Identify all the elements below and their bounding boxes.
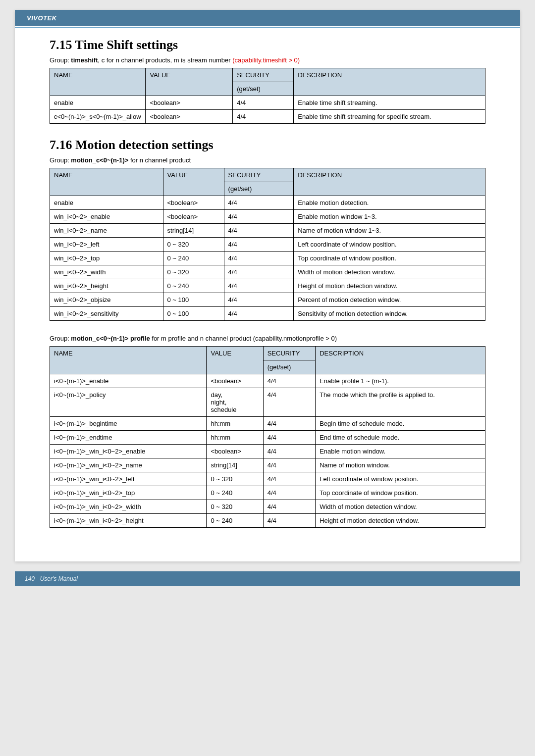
table-cell: win_i<0~2>_sensitivity xyxy=(50,307,163,321)
table-cell: Name of motion window 1~3. xyxy=(294,224,485,238)
table-cell: 0 ~ 100 xyxy=(163,293,224,307)
table-cell: Top coordinate of window position. xyxy=(316,486,485,500)
content: 7.15 Time Shift settings Group: timeshif… xyxy=(15,28,520,528)
table-cell: Height of motion detection window. xyxy=(316,514,485,528)
group-line-715: Group: timeshift, c for n channel produc… xyxy=(50,56,485,64)
table-cell: i<0~(m-1)>_win_i<0~2>_name xyxy=(50,458,207,472)
table-cell: hh:mm xyxy=(207,431,263,445)
table-cell: i<0~(m-1)>_win_i<0~2>_left xyxy=(50,472,207,486)
table-cell: Left coordinate of window position. xyxy=(294,238,485,252)
table-cell: Width of motion detection window. xyxy=(294,265,485,279)
table-cell: win_i<0~2>_name xyxy=(50,224,163,238)
table-cell: Begin time of schedule mode. xyxy=(316,417,485,431)
table-cell: 4/4 xyxy=(263,374,315,388)
group-bold: timeshift xyxy=(71,56,98,64)
table-cell: i<0~(m-1)>_policy xyxy=(50,388,207,417)
table-cell: 4/4 xyxy=(263,486,315,500)
table-row: i<0~(m-1)>_enable<boolean>4/4Enable prof… xyxy=(50,374,485,388)
table-motion-profile: NAME VALUE SECURITY DESCRIPTION (get/set… xyxy=(50,346,485,528)
table-cell: 0 ~ 240 xyxy=(207,514,263,528)
table-row: win_i<0~2>_enable<boolean>4/4Enable moti… xyxy=(50,210,485,224)
table-cell: 4/4 xyxy=(224,238,294,252)
table-cell: <boolean> xyxy=(163,196,224,210)
table-cell: win_i<0~2>_objsize xyxy=(50,293,163,307)
col-getset: (get/set) xyxy=(224,182,294,196)
table-header-row: NAME VALUE SECURITY DESCRIPTION xyxy=(50,168,485,182)
col-security: SECURITY xyxy=(263,347,315,360)
brand-text: VIVOTEK xyxy=(27,14,57,22)
table-cell: 4/4 xyxy=(263,472,315,486)
table-cell: Left coordinate of window position. xyxy=(316,472,485,486)
table-cell: i<0~(m-1)>_win_i<0~2>_height xyxy=(50,514,207,528)
table-cell: End time of schedule mode. xyxy=(316,431,485,445)
section-heading-716: 7.16 Motion detection settings xyxy=(50,138,485,152)
table-cell: 4/4 xyxy=(263,500,315,514)
table-cell: i<0~(m-1)>_endtime xyxy=(50,431,207,445)
table-cell: hh:mm xyxy=(207,417,263,431)
table-cell: 4/4 xyxy=(224,196,294,210)
footer-text: 140 - User's Manual xyxy=(25,575,78,582)
table-cell: win_i<0~2>_top xyxy=(50,252,163,265)
section-heading-715: 7.15 Time Shift settings xyxy=(50,38,485,52)
table-cell: Width of motion detection window. xyxy=(316,500,485,514)
table-cell: string[14] xyxy=(163,224,224,238)
table-cell: 4/4 xyxy=(233,110,294,124)
table-cell: Enable motion window. xyxy=(316,445,485,458)
header-bar: VIVOTEK xyxy=(15,10,520,26)
table-cell: 0 ~ 100 xyxy=(163,307,224,321)
table-cell: win_i<0~2>_enable xyxy=(50,210,163,224)
table-row: i<0~(m-1)>_begintimehh:mm4/4Begin time o… xyxy=(50,417,485,431)
table-cell: 4/4 xyxy=(224,307,294,321)
table-cell: Enable time shift streaming for specific… xyxy=(294,110,485,124)
table-header-row: NAME VALUE SECURITY DESCRIPTION xyxy=(50,347,485,360)
table-cell: 0 ~ 320 xyxy=(163,265,224,279)
col-security: SECURITY xyxy=(224,168,294,182)
table-cell: win_i<0~2>_left xyxy=(50,238,163,252)
table-cell: Top coordinate of window position. xyxy=(294,252,485,265)
table-cell: 4/4 xyxy=(263,445,315,458)
group-rest: for m profile and n channel product (cap… xyxy=(150,335,337,342)
table-row: win_i<0~2>_namestring[14]4/4Name of moti… xyxy=(50,224,485,238)
table-cell: 0 ~ 320 xyxy=(163,238,224,252)
group-red: (capability.timeshift > 0) xyxy=(232,56,300,64)
table-cell: Enable motion detection. xyxy=(294,196,485,210)
table-motion: NAME VALUE SECURITY DESCRIPTION (get/set… xyxy=(50,168,485,321)
table-row: win_i<0~2>_height0 ~ 2404/4Height of mot… xyxy=(50,279,485,293)
table-cell: win_i<0~2>_height xyxy=(50,279,163,293)
table-row: i<0~(m-1)>_win_i<0~2>_top0 ~ 2404/4Top c… xyxy=(50,486,485,500)
group-prefix: Group: xyxy=(50,156,71,164)
table-cell: Enable profile 1 ~ (m-1). xyxy=(316,374,485,388)
table-cell: <boolean> xyxy=(207,445,263,458)
table-cell: <boolean> xyxy=(207,374,263,388)
table-row: i<0~(m-1)>_endtimehh:mm4/4End time of sc… xyxy=(50,431,485,445)
table-cell: 4/4 xyxy=(224,293,294,307)
page-footer: 140 - User's Manual xyxy=(15,571,520,586)
table-cell: 4/4 xyxy=(263,458,315,472)
table-cell: 4/4 xyxy=(224,265,294,279)
col-name: NAME xyxy=(50,68,146,96)
table-cell: i<0~(m-1)>_win_i<0~2>_top xyxy=(50,486,207,500)
col-name: NAME xyxy=(50,168,163,196)
table-cell: 4/4 xyxy=(263,417,315,431)
table-row: enable<boolean>4/4Enable time shift stre… xyxy=(50,96,485,110)
group-rest: , c for n channel products, m is stream … xyxy=(98,56,233,64)
table-cell: Enable motion window 1~3. xyxy=(294,210,485,224)
table-cell: Enable time shift streaming. xyxy=(294,96,485,110)
table-header-row: NAME VALUE SECURITY DESCRIPTION xyxy=(50,68,485,82)
table-cell: win_i<0~2>_width xyxy=(50,265,163,279)
col-desc: DESCRIPTION xyxy=(294,168,485,196)
table-row: i<0~(m-1)>_policyday, night, schedule4/4… xyxy=(50,388,485,417)
table-cell: 4/4 xyxy=(224,210,294,224)
table-row: i<0~(m-1)>_win_i<0~2>_width0 ~ 3204/4Wid… xyxy=(50,500,485,514)
group-prefix: Group: xyxy=(50,335,71,342)
table-cell: enable xyxy=(50,96,146,110)
group-prefix: Group: xyxy=(50,56,71,64)
table-cell: c<0~(n-1)>_s<0~(m-1)>_allow xyxy=(50,110,146,124)
col-getset: (get/set) xyxy=(233,82,294,96)
page: VIVOTEK 7.15 Time Shift settings Group: … xyxy=(15,10,520,561)
table-cell: 0 ~ 240 xyxy=(163,252,224,265)
table-row: i<0~(m-1)>_win_i<0~2>_left0 ~ 3204/4Left… xyxy=(50,472,485,486)
table-cell: Height of motion detection window. xyxy=(294,279,485,293)
group-rest: for n channel product xyxy=(128,156,191,164)
table-row: win_i<0~2>_width0 ~ 3204/4Width of motio… xyxy=(50,265,485,279)
